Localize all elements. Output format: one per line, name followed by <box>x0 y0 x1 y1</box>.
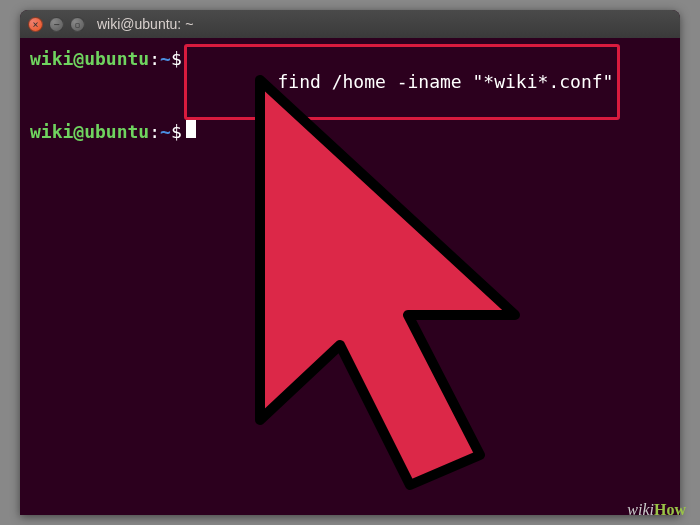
watermark: wikiHow <box>627 501 686 519</box>
terminal-body[interactable]: wiki@ubuntu:~$ find /home -iname "*wiki*… <box>20 38 680 150</box>
prompt-separator: : <box>149 120 160 143</box>
terminal-line-1: wiki@ubuntu:~$ find /home -iname "*wiki*… <box>30 44 670 120</box>
maximize-button[interactable]: ▫ <box>70 17 85 32</box>
terminal-line-2: wiki@ubuntu:~$ <box>30 120 670 143</box>
watermark-wiki: wiki <box>627 501 654 518</box>
minimize-button[interactable]: − <box>49 17 64 32</box>
close-icon: × <box>32 19 38 30</box>
prompt-dollar: $ <box>171 120 182 143</box>
prompt-dollar: $ <box>171 47 182 70</box>
terminal-cursor <box>186 120 196 138</box>
maximize-icon: ▫ <box>74 19 80 30</box>
prompt-separator: : <box>149 47 160 70</box>
prompt-path: ~ <box>160 47 171 70</box>
window-title: wiki@ubuntu: ~ <box>97 16 193 32</box>
window-titlebar[interactable]: × − ▫ wiki@ubuntu: ~ <box>20 10 680 38</box>
close-button[interactable]: × <box>28 17 43 32</box>
prompt-path: ~ <box>160 120 171 143</box>
minimize-icon: − <box>53 19 59 30</box>
command-highlight: find /home -iname "*wiki*.conf" <box>184 44 621 120</box>
command-text: find /home -iname "*wiki*.conf" <box>277 71 613 92</box>
prompt-user-host: wiki@ubuntu <box>30 120 149 143</box>
terminal-window: × − ▫ wiki@ubuntu: ~ wiki@ubuntu:~$ find… <box>20 10 680 515</box>
prompt-user-host: wiki@ubuntu <box>30 47 149 70</box>
watermark-how: How <box>654 501 686 518</box>
